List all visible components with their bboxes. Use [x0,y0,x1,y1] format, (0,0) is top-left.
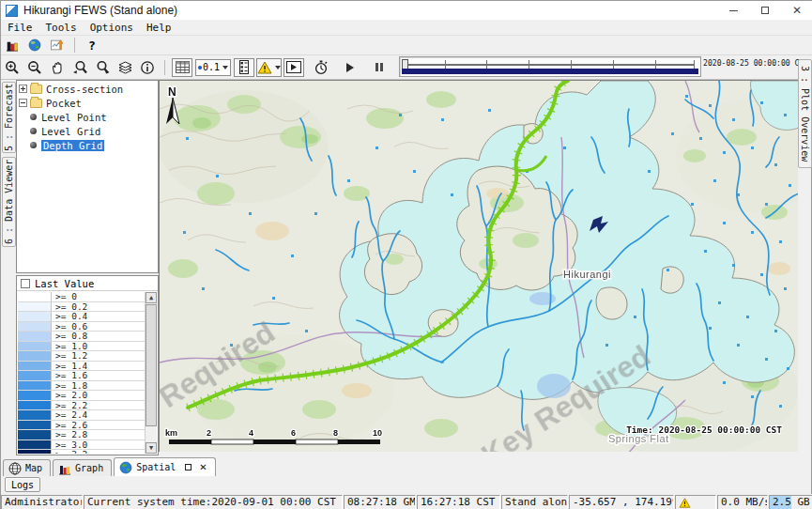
tab-forecast[interactable]: 5 : Forecast [2,82,16,153]
bar-chart-icon [58,462,71,475]
info-button[interactable] [137,58,158,77]
svg-text:N: N [168,85,176,99]
tree-item-pocket[interactable]: Pocket [17,97,158,109]
warning-triangle-icon [257,61,272,74]
scroll-thumb[interactable] [146,304,157,426]
hand-icon [50,60,65,75]
color-swatch [18,440,52,450]
menu-bar: File Tools Options Help [1,20,812,36]
zoom-out-button[interactable] [24,58,45,77]
minimize-icon [729,10,738,11]
timeline-slider[interactable] [399,56,701,77]
color-swatch [18,391,52,400]
legend-row[interactable]: >= 3.2 [18,450,145,454]
warning-triangle-icon [679,498,691,508]
close-button[interactable]: ✕ [781,1,812,20]
color-swatch [18,450,52,454]
timeseries-import-button[interactable] [47,36,68,54]
animation-display-button[interactable] [283,58,304,77]
maximize-button[interactable] [749,1,781,20]
zoom-next-button[interactable] [92,58,113,77]
pause-button[interactable] [369,58,390,77]
tree-item-level-point[interactable]: Level Point [17,111,158,123]
help-button[interactable]: ? [82,36,102,54]
grid-display-button[interactable] [172,58,192,77]
status-system-time: Current system time:2020-09-01 00:00 CST [84,495,343,509]
menu-tools[interactable]: Tools [39,21,84,35]
status-alerts[interactable] [675,495,716,509]
color-swatch [18,362,52,371]
tab-map[interactable]: Map [3,459,51,476]
last-value-checkbox[interactable] [21,279,30,288]
status-bar: Administrator Current system time:2020-0… [1,494,812,509]
timeline-track[interactable] [406,64,695,66]
database-viewer-button[interactable] [2,36,23,54]
map-viewport[interactable]: API Key Required API Key Required N Hiku… [159,80,798,452]
stopwatch-icon [314,60,329,75]
color-swatch [18,410,52,420]
tab-close-icon[interactable]: ✕ [199,462,207,472]
scroll-down-button[interactable]: ▼ [146,442,157,454]
color-swatch [18,322,52,332]
tab-maximize-icon[interactable] [185,464,192,470]
tab-spatial[interactable]: Spatial ✕ [114,457,216,476]
minimize-button[interactable] [717,1,749,20]
thresholds-dropdown-button[interactable] [256,58,282,77]
zoom-previous-button[interactable] [69,58,90,77]
zoom-in-icon [5,60,20,75]
tree-item-cross-section[interactable]: Cross-section [17,83,158,95]
status-local-time: 16:27:18 CST [417,495,500,509]
play-button[interactable] [340,58,360,77]
color-swatch [18,371,52,380]
legend-row[interactable]: >= 1.6 [18,371,145,381]
svg-text:4: 4 [249,428,253,438]
legend-row[interactable]: >= 0 [18,292,145,302]
legend-row[interactable]: >= 2.4 [18,410,145,421]
legend-list: >= 0 >= 0.2 >= 0.4 >= 0.6 >= 0.8 >= 1.0 … [18,292,145,454]
map-time-overlay: Time: 2020-08-25 00:00:00 CST [626,424,782,435]
tab-graph[interactable]: Graph [53,459,112,476]
legend-scrollbar[interactable]: ▲ ▼ [145,292,157,454]
svg-text:km: km [165,428,177,438]
legend-row[interactable]: >= 0.8 [18,332,145,342]
logs-row: Logs [3,477,810,494]
contour-interval-value: 0.1 [203,62,220,72]
menu-options[interactable]: Options [84,21,140,35]
bar-chart-icon [6,39,19,52]
color-swatch [18,381,52,391]
display-tab-bar: Map Graph Spatial ✕ [3,457,810,476]
grid-icon [176,61,190,73]
scroll-up-button[interactable]: ▲ [146,292,157,303]
color-swatch [18,312,52,321]
zoom-in-button[interactable] [2,58,23,77]
tree-item-depth-grid[interactable]: Depth Grid [17,139,158,151]
logs-button[interactable]: Logs [5,477,40,492]
legend-row[interactable]: >= 1.2 [18,351,145,362]
legend-row[interactable]: >= 2.8 [18,430,145,440]
animation-frames-button[interactable] [234,58,254,77]
tab-plot-overview[interactable]: 3 : Plot Overview [798,59,812,168]
menu-file[interactable]: File [1,21,39,35]
pan-button[interactable] [47,58,68,77]
wireframe-globe-icon [8,462,22,475]
node-bullet-icon [30,142,37,148]
svg-text:10: 10 [373,428,382,438]
collapse-icon[interactable] [19,99,27,107]
contour-interval-select[interactable]: 0.1 [195,59,231,76]
layers-icon [117,60,133,75]
tab-data-viewer[interactable]: 6 : Data Viewer [2,157,16,247]
filters-tree: Cross-section Pocket Level Point Level G… [16,80,159,273]
expand-icon[interactable] [19,85,27,93]
spatial-display-button[interactable] [24,36,45,54]
chevron-down-icon [222,66,228,69]
menu-help[interactable]: Help [140,21,178,35]
legend-row[interactable]: >= 0.4 [18,312,145,322]
legend-row[interactable]: >= 2.0 [18,391,145,401]
layers-button[interactable] [115,58,135,77]
legend-header: Last Value [17,276,158,291]
tree-item-level-grid[interactable]: Level Grid [17,125,158,137]
play-icon [346,63,354,72]
animation-settings-button[interactable] [311,58,331,77]
status-memory: 2.5 GB [769,495,812,509]
zoom-out-icon [27,60,42,75]
